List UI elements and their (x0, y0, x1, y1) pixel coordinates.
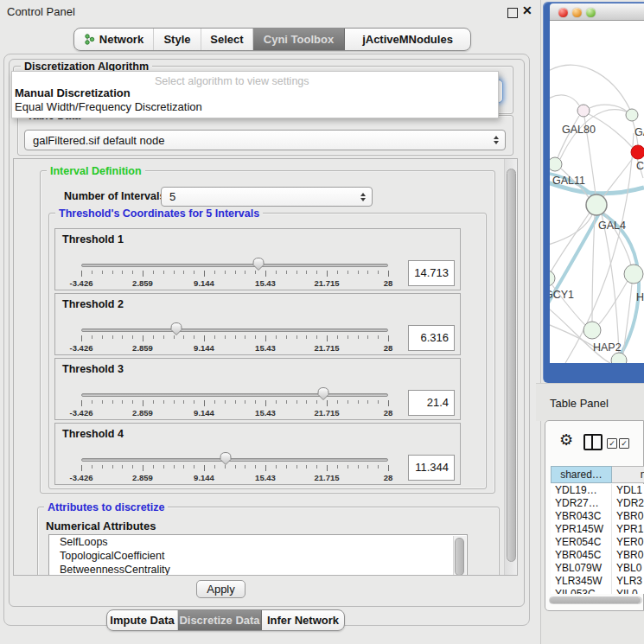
threshold-1-slider-track[interactable] (81, 264, 388, 267)
table-horizontal-scrollbar-thumb[interactable] (550, 597, 641, 603)
tick-mark (296, 271, 297, 274)
network-node-GAL80[interactable] (577, 105, 590, 117)
attributes-list-scrollbar-thumb[interactable] (455, 538, 464, 576)
table-row[interactable]: YPR145WYPR1 (551, 523, 644, 536)
network-node-HAP2[interactable] (583, 322, 601, 339)
threshold-2-value-field[interactable]: 6.316 (408, 325, 455, 351)
network-node-GCY1[interactable] (550, 271, 555, 286)
tick-mark (204, 400, 205, 406)
zoom-traffic-light-icon[interactable] (586, 8, 596, 17)
apply-button[interactable]: Apply (196, 580, 245, 598)
attribute-item[interactable]: SelfLoops (49, 535, 467, 549)
threshold-3-slider-handle[interactable] (316, 386, 331, 401)
combo-stepper-icon (360, 193, 366, 201)
cell-shared-name[interactable]: YIL053C (551, 588, 612, 594)
table-row[interactable]: YBR043CYBR0 (551, 510, 644, 523)
cell-shared-name[interactable]: YBR043C (551, 510, 612, 523)
control-panel-tabstrip: Network Style Select Cyni Toolbox jActiv… (73, 28, 471, 51)
minimize-traffic-light-icon[interactable] (572, 8, 582, 17)
tick-mark (337, 465, 338, 469)
cell-shared-name[interactable]: YBR045C (551, 549, 612, 562)
network-node-GA[interactable] (626, 109, 638, 121)
algorithm-option-manual[interactable]: Manual Discretization (15, 86, 131, 99)
network-node-GAL11[interactable] (550, 157, 562, 171)
close-icon[interactable]: ✕ (522, 3, 532, 17)
tick-label: -3.426 (60, 343, 103, 353)
threshold-4-slider-track[interactable] (81, 458, 388, 462)
column-header-shared-name[interactable]: shared… (551, 466, 612, 483)
tab-select[interactable]: Select (201, 29, 253, 50)
settings-vertical-scrollbar-thumb[interactable] (507, 169, 516, 562)
cell-shared-name[interactable]: YER054C (551, 536, 612, 549)
threshold-2-slider-handle[interactable] (169, 321, 184, 336)
tick-mark (276, 400, 277, 404)
tab-jactivemnodules[interactable]: jActiveMNodules (345, 29, 470, 50)
table-row[interactable]: YBR045CYBR0 (551, 549, 644, 562)
threshold-1-slider-handle[interactable] (251, 256, 266, 271)
network-node-C[interactable] (631, 145, 644, 159)
threshold-4-slider-handle[interactable] (218, 450, 233, 466)
threshold-3-value-field[interactable]: 21.4 (408, 390, 455, 416)
tick-mark (225, 335, 226, 339)
cell-name[interactable]: YLR3 (612, 575, 642, 588)
threshold-1-value-field[interactable]: 14.713 (408, 260, 455, 286)
tab-style[interactable]: Style (154, 29, 201, 50)
table-row[interactable]: YLR345WYLR3 (551, 575, 644, 588)
algorithm-option-equal-width[interactable]: Equal Width/Frequency Discretization (15, 100, 202, 113)
network-node[interactable] (611, 353, 627, 363)
tick-mark (81, 465, 82, 471)
tick-mark (92, 335, 92, 339)
cell-shared-name[interactable]: YDR27… (551, 497, 612, 510)
tab-infer-network[interactable]: Infer Network (262, 610, 344, 630)
table-row[interactable]: YER054CYER0 (551, 536, 644, 549)
column-header-name[interactable]: na (612, 466, 644, 483)
cell-name[interactable]: YDR2 (612, 497, 644, 510)
tick-mark (296, 465, 297, 469)
threshold-3-slider-track[interactable] (81, 393, 388, 397)
node-label-H: H (636, 291, 644, 303)
tick-mark (122, 400, 123, 404)
tick-mark (367, 271, 368, 274)
tick-label: -3.426 (60, 473, 103, 482)
threshold-4-value-field[interactable]: 11.344 (408, 455, 455, 481)
tick-mark (358, 465, 359, 469)
cell-name[interactable]: YBR0 (612, 549, 643, 562)
cell-name[interactable]: YIL0 (612, 588, 638, 594)
table-row[interactable]: YDR27…YDR2 (551, 497, 644, 510)
tick-label: 2.859 (121, 473, 164, 482)
cell-shared-name[interactable]: YLR345W (551, 575, 612, 588)
table-row[interactable]: YIL053CYIL0 (551, 588, 644, 594)
tab-cyni-toolbox[interactable]: Cyni Toolbox (253, 29, 345, 50)
cell-name[interactable]: YER0 (612, 536, 643, 549)
network-canvas[interactable]: GAL80GACGAL11GAL4GCY1HHAP2 (550, 21, 644, 363)
network-node-H[interactable] (624, 265, 643, 284)
float-window-icon[interactable] (507, 8, 518, 18)
tab-impute-data[interactable]: Impute Data (107, 610, 178, 630)
tick-mark (102, 271, 103, 274)
split-columns-icon[interactable] (583, 434, 603, 450)
table-row[interactable]: YDL19…YDL1 (551, 484, 644, 497)
checkbox-icon[interactable] (619, 438, 629, 449)
tab-discretize-data[interactable]: Discretize Data (178, 610, 262, 630)
close-traffic-light-icon[interactable] (558, 8, 568, 17)
checkbox-icon[interactable] (607, 438, 617, 449)
number-of-intervals-select[interactable]: 5 (161, 187, 373, 207)
table-row[interactable]: YBL079WYBL0 (551, 562, 644, 575)
threshold-2-slider-track[interactable] (81, 328, 388, 332)
table-data-select[interactable]: galFiltered.sif default node (24, 130, 506, 150)
tick-mark (235, 271, 236, 274)
cell-name[interactable]: YBR0 (612, 510, 643, 523)
gear-icon[interactable] (558, 431, 575, 449)
tick-mark (358, 335, 359, 339)
attribute-item[interactable]: BetweennessCentrality (49, 563, 467, 576)
network-node-GAL4[interactable] (586, 194, 607, 215)
cell-name[interactable]: YDL1 (612, 484, 642, 497)
cell-shared-name[interactable]: YPR145W (551, 523, 612, 536)
cell-name[interactable]: YBL0 (612, 562, 641, 575)
cell-shared-name[interactable]: YBL079W (551, 562, 612, 575)
tab-network[interactable]: Network (74, 29, 154, 50)
cell-name[interactable]: YPR1 (612, 523, 643, 536)
tick-mark (245, 400, 245, 404)
attribute-item[interactable]: TopologicalCoefficient (49, 549, 467, 563)
cell-shared-name[interactable]: YDL19… (551, 484, 612, 497)
